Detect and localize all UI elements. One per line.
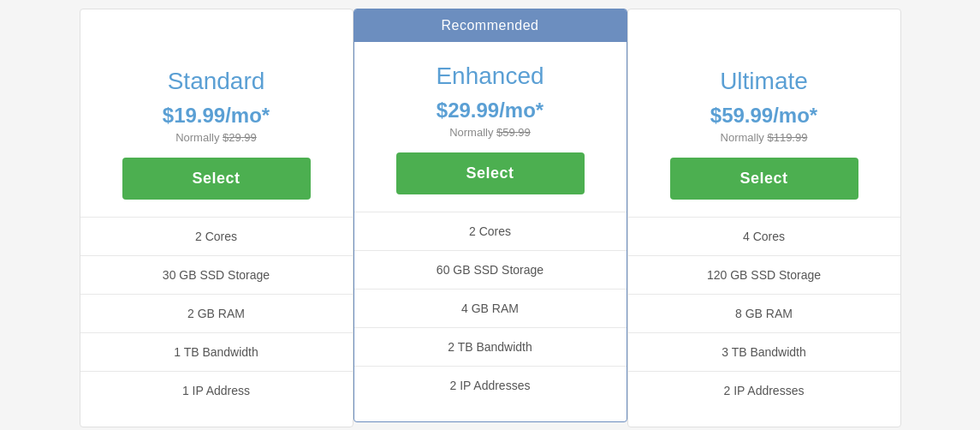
plan-card-enhanced: Recommended Enhanced $29.99/mo* Normally… <box>353 9 627 422</box>
plan-normally-standard: Normally $29.99 <box>175 131 257 144</box>
plan-name-ultimate: Ultimate <box>720 68 808 95</box>
plan-price-ultimate: $59.99/mo* <box>710 104 817 128</box>
recommended-badge: Recommended <box>354 9 627 42</box>
pricing-container: Standard $19.99/mo* Normally $29.99 Sele… <box>0 0 980 430</box>
feature-item: 1 IP Address <box>80 372 353 409</box>
plan-normally-enhanced: Normally $59.99 <box>449 126 531 139</box>
feature-item: 2 GB RAM <box>80 295 353 333</box>
select-button-enhanced[interactable]: Select <box>396 152 585 194</box>
feature-item: 120 GB SSD Storage <box>628 256 900 295</box>
feature-item: 30 GB SSD Storage <box>80 256 353 295</box>
plan-price-standard: $19.99/mo* <box>163 104 270 128</box>
feature-item: 1 TB Bandwidth <box>80 333 353 372</box>
plan-card-standard: Standard $19.99/mo* Normally $29.99 Sele… <box>80 9 353 427</box>
feature-item: 4 GB RAM <box>354 290 627 328</box>
plan-name-enhanced: Enhanced <box>436 63 543 90</box>
plan-price-enhanced: $29.99/mo* <box>437 99 543 122</box>
features-list-standard: 2 Cores30 GB SSD Storage2 GB RAM1 TB Ban… <box>80 217 353 409</box>
feature-item: 2 Cores <box>354 212 627 251</box>
feature-item: 2 TB Bandwidth <box>354 328 627 367</box>
feature-item: 4 Cores <box>628 218 900 256</box>
feature-item: 2 Cores <box>80 218 353 256</box>
features-list-enhanced: 2 Cores60 GB SSD Storage4 GB RAM2 TB Ban… <box>354 212 627 404</box>
feature-item: 2 IP Addresses <box>354 367 627 404</box>
feature-item: 60 GB SSD Storage <box>354 251 627 290</box>
select-button-standard[interactable]: Select <box>122 158 311 200</box>
features-list-ultimate: 4 Cores120 GB SSD Storage8 GB RAM3 TB Ba… <box>628 217 900 409</box>
feature-item: 8 GB RAM <box>628 295 900 333</box>
feature-item: 2 IP Addresses <box>628 372 900 409</box>
feature-item: 3 TB Bandwidth <box>628 333 900 372</box>
plan-name-standard: Standard <box>168 68 265 95</box>
plan-normally-ultimate: Normally $119.99 <box>721 131 808 144</box>
plan-card-ultimate: Ultimate $59.99/mo* Normally $119.99 Sel… <box>627 9 901 427</box>
select-button-ultimate[interactable]: Select <box>670 158 858 200</box>
